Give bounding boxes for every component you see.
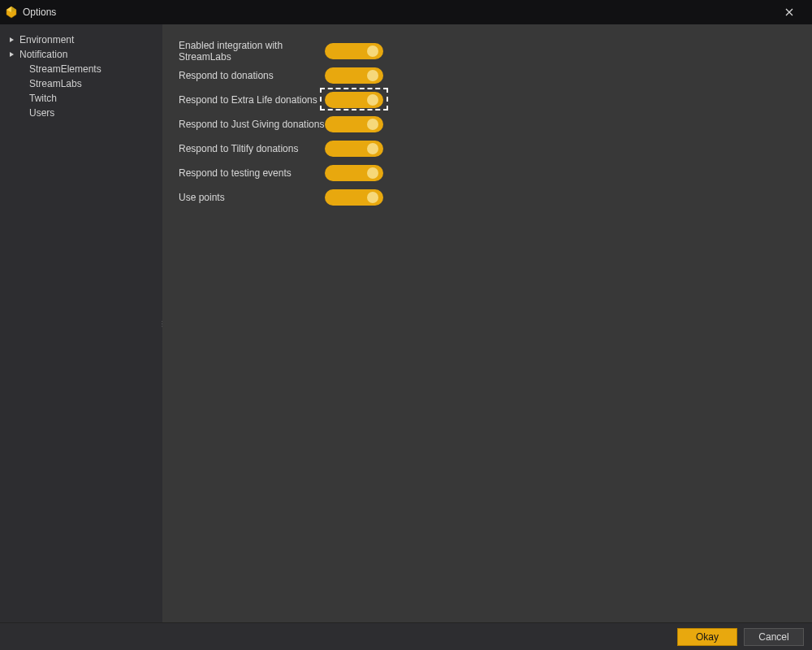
toggle-knob bbox=[367, 70, 378, 81]
window-body: Environment Notification StreamElements … bbox=[0, 24, 812, 622]
toggle-knob bbox=[367, 192, 378, 203]
setting-label: Respond to testing events bbox=[179, 167, 325, 179]
cancel-button[interactable]: Cancel bbox=[744, 628, 804, 646]
setting-toggle[interactable] bbox=[325, 116, 383, 132]
setting-toggle[interactable] bbox=[325, 141, 383, 157]
close-button[interactable] bbox=[773, 0, 806, 24]
nav-tree: Environment Notification StreamElements … bbox=[0, 32, 162, 120]
setting-label: Enabled integration with StreamLabs bbox=[179, 40, 325, 63]
setting-label: Respond to donations bbox=[179, 70, 325, 81]
sidebar-item-label: Notification bbox=[19, 49, 67, 60]
setting-row: Respond to Tiltify donations bbox=[179, 136, 796, 161]
options-window: Options Environment Notification StreamE… bbox=[0, 0, 812, 650]
setting-toggle[interactable] bbox=[325, 92, 383, 108]
setting-toggle[interactable] bbox=[325, 165, 383, 181]
sidebar-item-streamlabs[interactable]: StreamLabs bbox=[0, 76, 162, 91]
setting-row: Use points bbox=[179, 185, 796, 210]
toggle-knob bbox=[367, 94, 378, 106]
toggle-knob bbox=[367, 143, 378, 154]
setting-row: Respond to donations bbox=[179, 63, 796, 88]
okay-button[interactable]: Okay bbox=[677, 628, 737, 646]
sidebar-item-label: Users bbox=[29, 107, 54, 119]
dialog-footer: Okay Cancel bbox=[0, 622, 812, 650]
toggle-knob bbox=[367, 46, 378, 57]
sidebar-item-label: StreamElements bbox=[29, 63, 102, 75]
sidebar-item-users[interactable]: Users bbox=[0, 106, 162, 120]
sidebar-item-label: Twitch bbox=[29, 93, 57, 104]
sidebar-item-notification[interactable]: Notification bbox=[0, 47, 162, 62]
sidebar-item-label: StreamLabs bbox=[29, 78, 82, 89]
toggle-knob bbox=[367, 167, 378, 179]
settings-panel: Enabled integration with StreamLabsRespo… bbox=[162, 24, 812, 622]
setting-label: Use points bbox=[179, 192, 325, 203]
setting-row: Respond to Extra Life donations bbox=[179, 88, 796, 112]
setting-label: Respond to Just Giving donations bbox=[179, 119, 325, 130]
setting-row: Respond to Just Giving donations bbox=[179, 112, 796, 136]
window-title: Options bbox=[23, 6, 773, 18]
sidebar-item-label: Environment bbox=[19, 34, 74, 46]
title-bar: Options bbox=[0, 0, 812, 24]
setting-label: Respond to Tiltify donations bbox=[179, 143, 325, 154]
setting-toggle[interactable] bbox=[325, 189, 383, 206]
setting-row: Respond to testing events bbox=[179, 161, 796, 185]
setting-label: Respond to Extra Life donations bbox=[179, 94, 325, 106]
sidebar-item-twitch[interactable]: Twitch bbox=[0, 91, 162, 106]
setting-row: Enabled integration with StreamLabs bbox=[179, 39, 796, 63]
setting-toggle[interactable] bbox=[325, 43, 383, 59]
app-icon bbox=[5, 6, 18, 19]
sidebar-item-streamelements[interactable]: StreamElements bbox=[0, 62, 162, 76]
setting-toggle[interactable] bbox=[325, 67, 383, 84]
toggle-knob bbox=[367, 119, 378, 130]
sidebar: Environment Notification StreamElements … bbox=[0, 24, 162, 622]
sidebar-item-environment[interactable]: Environment bbox=[0, 32, 162, 47]
